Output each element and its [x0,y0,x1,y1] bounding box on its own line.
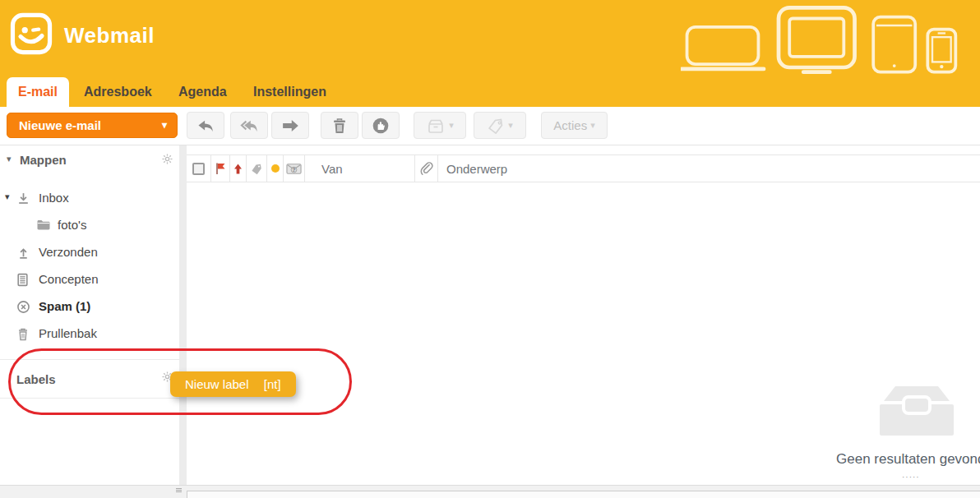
app-title: Webmail [64,23,155,48]
attachment-icon [420,162,433,176]
message-list-pane: ? Van Onderwerp Geen resultaten gevond ·… [187,145,980,485]
chevron-down-icon: ▾ [449,120,454,131]
forward-icon [281,119,299,132]
label-button[interactable]: ▾ [474,112,526,139]
attachment-column-header[interactable] [415,155,438,182]
drafts-icon [16,273,29,287]
tooltip-shortcut: [nt] [264,377,281,391]
mark-spam-button[interactable] [362,112,400,139]
reply-all-button[interactable] [230,112,268,139]
horizontal-scrollbar[interactable] [187,491,980,498]
labels-header-label: Labels [16,372,56,386]
folder-label: Concepten [39,272,99,286]
panel-splitter[interactable] [179,145,187,498]
actions-button-label: Acties [553,118,587,132]
tag-icon [250,163,264,175]
folder-label: Verzonden [39,245,98,259]
new-email-button-label: Nieuwe e-mail [19,118,101,132]
chevron-down-icon: ▾ [162,113,167,137]
inbox-icon [16,191,30,205]
select-all-cell[interactable] [187,155,211,182]
tab-email[interactable]: E-mail [7,77,69,107]
folder-label: foto's [58,218,86,232]
status-column-header[interactable] [267,155,284,182]
priority-column-header[interactable] [230,155,247,182]
main-nav-tabbar: E-mail Adresboek Agenda Instellingen [0,77,980,107]
read-status-column-header[interactable]: ? [284,155,305,182]
sidebar-item-verzonden[interactable]: Verzonden [0,239,179,266]
laptop-icon [682,27,764,69]
sent-icon [16,246,30,260]
tooltip-label: Nieuw label [185,377,249,391]
gear-icon[interactable] [162,154,173,164]
new-email-button[interactable]: Nieuwe e-mail ▾ [7,113,178,138]
collapse-triangle-icon[interactable]: ▾ [7,154,12,164]
archive-button[interactable]: ▾ [414,112,466,139]
expand-triangle-icon[interactable]: ▾ [5,191,10,202]
trash-icon [332,118,347,134]
sidebar-item-inbox[interactable]: ▾ Inbox [0,185,179,212]
forward-button[interactable] [271,112,309,139]
actions-button[interactable]: Acties ▾ [541,112,608,139]
splitter-grip-icon[interactable] [176,488,182,496]
priority-icon [233,163,243,175]
tab-adresboek[interactable]: Adresboek [84,77,152,107]
chevron-down-icon: ▾ [508,120,513,131]
from-column-label: Van [321,162,343,176]
folder-label: Spam (1) [39,299,90,313]
app-header: Webmail [0,0,980,77]
empty-state-dots: ····· [902,473,920,482]
tag-icon [487,118,505,134]
reply-all-icon [240,118,258,133]
tab-instellingen[interactable]: Instellingen [253,77,326,107]
sidebar-item-prullenbak[interactable]: Prullenbak [0,320,179,348]
sidebar-item-concepten[interactable]: Concepten [0,266,179,293]
trash-icon [16,327,30,341]
empty-state-text: Geen resultaten gevond [836,451,980,468]
phone-icon [927,30,955,72]
mappen-section-header[interactable]: ▾ Mappen [0,153,179,171]
chevron-down-icon: ▾ [590,120,595,131]
subject-column-label: Onderwerp [446,162,507,176]
status-dot [271,164,280,173]
labels-section-header[interactable]: Labels [0,359,179,399]
flag-icon [215,162,226,175]
subject-column-header[interactable]: Onderwerp [438,155,980,182]
reply-icon [196,118,215,133]
folder-icon [36,219,51,231]
webmail-app: Webmail [0,0,980,498]
tab-agenda[interactable]: Agenda [178,77,227,107]
flag-column-header[interactable] [211,155,230,182]
reply-button[interactable] [187,112,224,139]
folder-label: Prullenbak [39,326,97,340]
svg-text:?: ? [292,167,295,173]
select-all-checkbox[interactable] [192,163,205,175]
new-label-tooltip: Nieuw label [nt] [170,371,296,397]
status-footer [0,485,980,498]
folder-label: Inbox [39,191,69,205]
mappen-header-label: Mappen [20,153,67,167]
spam-icon [16,300,30,314]
tablet-icon [873,17,915,72]
devices-illustration [681,3,960,76]
folder-sidebar: ▾ Mappen ▾ Inbox [0,145,179,485]
block-hand-icon [372,118,389,134]
from-column-header[interactable]: Van [305,155,415,182]
sidebar-item-fotos[interactable]: foto's [0,212,179,239]
unread-question-icon: ? [286,163,302,175]
telenet-smiley-logo-icon [10,12,53,55]
archive-icon [426,118,446,134]
empty-tray-icon [874,383,959,437]
monitor-icon [779,7,855,71]
delete-button[interactable] [321,112,358,139]
mail-toolbar: Nieuwe e-mail ▾ [0,107,980,145]
sidebar-item-spam[interactable]: Spam (1) [0,293,179,320]
label-column-header[interactable] [247,155,267,182]
message-list-header: ? Van Onderwerp [187,154,980,182]
